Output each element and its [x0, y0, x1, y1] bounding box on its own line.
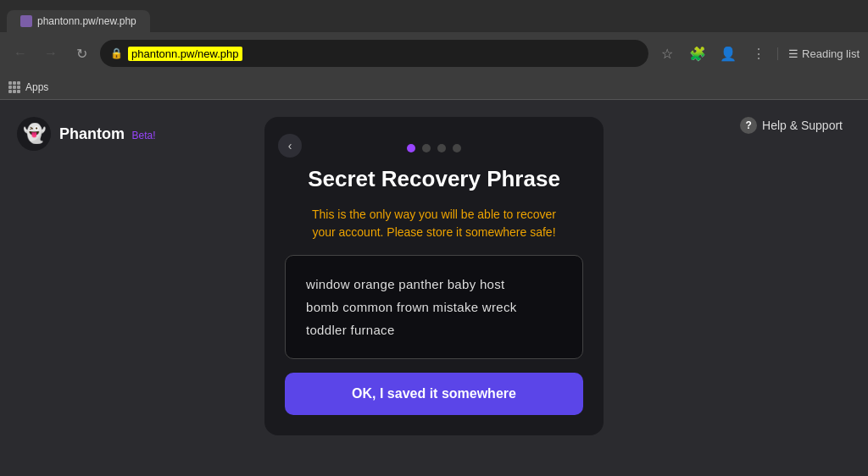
seed-phrase-text: window orange panther baby host bomb com… — [306, 277, 517, 337]
back-button[interactable]: ← — [8, 42, 32, 65]
url-text: phantonn.pw/new.php — [128, 47, 242, 61]
help-icon: ? — [740, 117, 757, 134]
pagination-dot-1 — [407, 144, 415, 152]
reload-button[interactable]: ↻ — [70, 42, 93, 65]
tab-favicon — [20, 15, 32, 27]
pagination-dots — [285, 144, 583, 152]
phantom-logo: 👻 Phantom Beta! — [17, 117, 156, 151]
extension-button[interactable]: 🧩 — [686, 42, 709, 65]
toolbar-icons: ☆ 🧩 👤 ⋮ ☰ Reading list — [655, 42, 860, 65]
seed-phrase-box: window orange panther baby host bomb com… — [285, 255, 583, 359]
bookmark-icon: ☆ — [661, 46, 673, 62]
address-bar[interactable]: 🔒 phantonn.pw/new.php — [100, 40, 648, 67]
apps-grid-icon — [8, 81, 20, 93]
ghost-emoji: 👻 — [23, 123, 46, 145]
recovery-phrase-card: ‹ Secret Recovery Phrase This is the onl… — [264, 117, 604, 435]
tab-title: phantonn.pw/new.php — [37, 15, 136, 27]
browser-chrome: phantonn.pw/new.php ← → ↻ 🔒 phantonn.pw/… — [0, 0, 868, 75]
phantom-ghost-icon: 👻 — [17, 117, 51, 151]
lock-icon: 🔒 — [110, 47, 123, 59]
more-button[interactable]: ⋮ — [747, 42, 771, 65]
back-arrow-icon: ‹ — [288, 139, 292, 152]
pagination-dot-4 — [453, 144, 461, 152]
card-subtitle: This is the only way you will be able to… — [312, 206, 556, 241]
apps-button[interactable]: Apps — [8, 81, 48, 93]
profile-icon: 👤 — [720, 46, 737, 62]
forward-button[interactable]: → — [39, 42, 63, 65]
phantom-name: Phantom — [59, 125, 125, 142]
address-bar-row: ← → ↻ 🔒 phantonn.pw/new.php ☆ 🧩 👤 ⋮ — [0, 32, 868, 75]
reading-list-area[interactable]: ☰ Reading list — [777, 47, 860, 60]
page-content: 👻 Phantom Beta! ? Help & Support ‹ Secre… — [0, 100, 868, 476]
pagination-dot-2 — [422, 144, 431, 152]
profile-button[interactable]: 👤 — [716, 42, 740, 65]
browser-tab[interactable]: phantonn.pw/new.php — [7, 10, 150, 32]
reading-list-icon: ☰ — [788, 47, 798, 60]
tab-bar: phantonn.pw/new.php — [0, 0, 868, 32]
extension-icon: 🧩 — [689, 46, 706, 62]
apps-label: Apps — [25, 81, 48, 93]
help-support-button[interactable]: ? Help & Support — [740, 117, 843, 134]
pagination-dot-3 — [437, 144, 446, 152]
phantom-brand: Phantom Beta! — [59, 125, 156, 143]
card-back-button[interactable]: ‹ — [278, 134, 302, 158]
bookmark-button[interactable]: ☆ — [655, 42, 679, 65]
card-title: Secret Recovery Phrase — [308, 166, 560, 192]
bookmarks-bar: Apps — [0, 75, 868, 100]
help-support-label: Help & Support — [762, 119, 843, 132]
ok-saved-button[interactable]: OK, I saved it somewhere — [285, 373, 583, 415]
reading-list-label: Reading list — [802, 47, 860, 60]
phantom-beta-label: Beta! — [131, 130, 155, 141]
more-icon: ⋮ — [752, 46, 765, 62]
